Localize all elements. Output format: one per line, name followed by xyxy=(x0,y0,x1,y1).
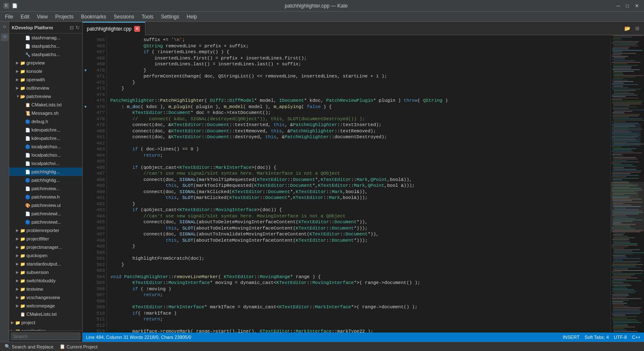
close-icon[interactable]: ✕ xyxy=(633,3,641,9)
menu-help[interactable]: Help xyxy=(183,13,200,21)
title-right-icons[interactable]: ─ □ ✕ xyxy=(615,3,641,9)
file-type-icon: 📁 xyxy=(20,279,25,283)
file-type-icon: 📁 xyxy=(20,77,25,82)
menu-sessions[interactable]: Sessions xyxy=(110,13,138,21)
split-icon[interactable]: ⊞ xyxy=(633,24,641,33)
sidebar-item-localpatchvi[interactable]: 📄 localpatchvi... xyxy=(9,159,82,168)
tree-item-label: patchreview... xyxy=(31,186,60,191)
file-type-icon: 📄 xyxy=(25,44,30,49)
sidebar-item-patchreview2[interactable]: 📄 patchreview... xyxy=(9,184,82,193)
file-type-icon: 📄 xyxy=(25,186,30,191)
collapse-icon[interactable]: ⊟ xyxy=(70,25,74,31)
menu-settings[interactable]: Settings xyxy=(158,13,182,21)
sidebar-item-outlineview[interactable]: ▶ 📁 outlineview xyxy=(9,84,82,92)
tab-close-button[interactable]: ✕ xyxy=(134,26,140,32)
file-type-icon: 📁 xyxy=(20,245,25,250)
tree-item-label: Messages.sh xyxy=(31,111,59,116)
arrow-icon: ▶ xyxy=(16,262,20,266)
sidebar-item-project[interactable]: ▶ 📁 project xyxy=(9,318,82,327)
sidebar-item-debug[interactable]: 🔵 debug.h xyxy=(9,117,82,126)
menu-file[interactable]: File xyxy=(2,13,16,21)
file-type-icon: 📁 xyxy=(20,61,25,65)
maximize-icon[interactable]: □ xyxy=(624,3,631,9)
tree-item-label: stashpatchs... xyxy=(31,52,60,57)
file-type-icon: 📁 xyxy=(20,304,25,308)
menu-tools[interactable]: Tools xyxy=(138,13,157,21)
file-type-icon: 🔵 xyxy=(25,119,30,124)
projects-activity-icon[interactable]: P xyxy=(1,34,8,41)
sidebar-item-quickopen[interactable]: ▶ 📁 quickopen xyxy=(9,251,82,260)
language[interactable]: C++ xyxy=(632,335,641,340)
sidebar-header-icons: ⊟ ↻ xyxy=(70,25,80,31)
menu-projects[interactable]: Projects xyxy=(52,13,77,21)
menu-view[interactable]: View xyxy=(34,13,51,21)
window-title: patchhighlighter.cpp — Kate xyxy=(285,3,348,9)
menu-bookmarks[interactable]: Bookmarks xyxy=(78,13,109,21)
refresh-icon[interactable]: ↻ xyxy=(75,25,80,31)
indent-mode[interactable]: Soft Tabs: 4 xyxy=(584,335,609,340)
search-input[interactable] xyxy=(11,333,80,340)
file-type-icon: 📁 xyxy=(20,228,25,233)
code-content[interactable]: suffix += '\n'; QString removedLine = pr… xyxy=(107,35,610,333)
sidebar-item-konsole[interactable]: ▶ 📁 konsole xyxy=(9,67,82,75)
sidebar-item-projectfilter[interactable]: ▶ 📁 projectfilter xyxy=(9,235,82,243)
sidebar-item-localpatchso1[interactable]: 🔵 localpatchso... xyxy=(9,142,82,151)
arrow-icon: ▶ xyxy=(16,228,20,232)
tree-item-label: projectfilter xyxy=(26,236,49,241)
documents-activity-icon[interactable]: D xyxy=(1,23,8,31)
open-file-icon[interactable]: 📂 xyxy=(623,24,631,33)
sidebar-item-projectmanager[interactable]: ▶ 📁 projectmanager... xyxy=(9,243,82,251)
sidebar-item-patchhighl2[interactable]: 🔵 patchhighlig... xyxy=(9,176,82,184)
sidebar-item-subversion[interactable]: ▶ 📁 subversion xyxy=(9,268,82,276)
sidebar-item-patchreview[interactable]: ▼ 📂 patchreview xyxy=(9,92,82,101)
sidebar-item-kdevpatchre2[interactable]: 📄 kdevpatchre... xyxy=(9,134,82,142)
sidebar-item-stashpatchs2[interactable]: 🔧 stashpatchs... xyxy=(9,50,82,59)
tree-item-label: patchreview.h xyxy=(31,194,60,199)
sidebar-item-vcschangesview[interactable]: ▶ 📁 vcschangesview xyxy=(9,293,82,302)
main-layout: D P KDevelop Platform ⊟ ↻ 📄 stashmanag..… xyxy=(0,22,644,342)
sidebar-item-patchreviewt2[interactable]: 🔵 patchreviewt... xyxy=(9,218,82,226)
menu-edit[interactable]: Edit xyxy=(17,13,33,21)
sidebar-item-patchreview_ui[interactable]: 🎨 patchreview.ui xyxy=(9,201,82,209)
file-type-icon: 📁 xyxy=(20,69,25,74)
sidebar-item-welcomepage[interactable]: ▶ 📁 welcomepage xyxy=(9,302,82,310)
search-replace-item[interactable]: 🔍 Search and Replace xyxy=(3,344,55,349)
tree-item-label: project xyxy=(21,320,35,325)
sidebar-item-switchtobuddy[interactable]: ▶ 📁 switchtobuddy xyxy=(9,276,82,285)
file-type-icon: 📁 xyxy=(15,320,20,325)
sidebar-item-openwith[interactable]: ▶ 📁 openwith xyxy=(9,75,82,84)
sidebar-item-serialization[interactable]: ▶ 📁 serialization xyxy=(9,327,82,330)
sidebar-item-CMakeLists[interactable]: 📋 CMakeLists.txt xyxy=(9,101,82,109)
search-icon: 🔍 xyxy=(5,344,10,349)
sidebar-item-testview[interactable]: ▶ 📁 testview xyxy=(9,285,82,293)
tree-item-label: testview xyxy=(26,286,43,292)
sidebar-item-problemreporter[interactable]: ▶ 📁 problemreporter xyxy=(9,226,82,235)
encoding[interactable]: UTF-8 xyxy=(614,335,627,340)
sidebar-item-patchhighl1[interactable]: 📄 patchhighlig... xyxy=(9,168,82,176)
tree-item-label: standardoutput... xyxy=(26,261,61,266)
tab-filename: patchhighlighter.cpp xyxy=(87,26,132,32)
sidebar-item-stashmanag[interactable]: 📄 stashmanag... xyxy=(9,34,82,42)
sidebar-item-CMakeLists_root[interactable]: 📋 CMakeLists.txt xyxy=(9,310,82,318)
current-project-item[interactable]: 📋 Current Project xyxy=(58,344,99,349)
sidebar-item-kdevpatchre1[interactable]: 📄 kdevpatchre... xyxy=(9,126,82,134)
sidebar-item-grepview[interactable]: ▶ 📁 grepview xyxy=(9,59,82,67)
arrow-icon: ▶ xyxy=(16,245,20,249)
title-bar: K 📄 patchhighlighter.cpp — Kate ─ □ ✕ xyxy=(0,0,644,12)
active-tab[interactable]: patchhighlighter.cpp ✕ xyxy=(83,22,145,35)
minimap-viewport xyxy=(611,182,644,232)
minimize-icon[interactable]: ─ xyxy=(615,3,622,9)
insert-mode[interactable]: INSERT xyxy=(563,335,579,340)
cursor-position: Line 484, Column 31 Words 2218/0, Chars … xyxy=(86,335,191,340)
arrow-icon: ▶ xyxy=(16,253,20,258)
sidebar-item-patchreviewt1[interactable]: 📄 patchreviewt... xyxy=(9,209,82,218)
sidebar-item-localpatchso2[interactable]: 📄 localpatchso... xyxy=(9,151,82,159)
sidebar: KDevelop Platform ⊟ ↻ 📄 stashmanag... 📄 … xyxy=(9,22,83,342)
editor-area: patchhighlighter.cpp ✕ 📂 ⊞ ▼ xyxy=(83,22,644,342)
file-type-icon: 📂 xyxy=(20,94,25,99)
sidebar-item-Messages[interactable]: 📜 Messages.sh xyxy=(9,109,82,117)
sidebar-item-stashpatchs1[interactable]: 📄 stashpatchs... xyxy=(9,42,82,50)
sidebar-item-patchreview_h[interactable]: 🔵 patchreview.h xyxy=(9,193,82,201)
tree-item-label: welcomepage xyxy=(26,303,55,308)
sidebar-item-standardoutput[interactable]: ▶ 📁 standardoutput... xyxy=(9,260,82,268)
